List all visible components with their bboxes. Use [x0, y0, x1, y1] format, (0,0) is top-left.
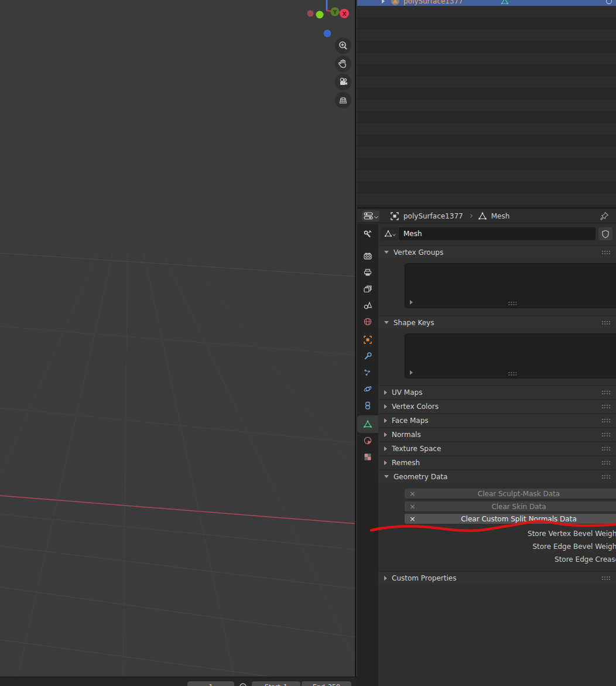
- texture-checker-icon: [363, 452, 372, 462]
- tab-modifiers[interactable]: [357, 348, 378, 364]
- panel-drag-grip[interactable]: [601, 432, 610, 436]
- x-axis-label: X: [343, 11, 347, 17]
- magnifier-plus-icon: [338, 40, 348, 51]
- shield-icon: [601, 230, 610, 238]
- tab-constraints[interactable]: [357, 397, 378, 414]
- frame-start-value: 1: [283, 683, 288, 686]
- section-vertex-groups[interactable]: Vertex Groups: [378, 245, 616, 258]
- visibility-icon[interactable]: [605, 0, 612, 5]
- frame-start-label: Start: [265, 683, 280, 686]
- breadcrumb-object[interactable]: polySurface1377: [403, 212, 463, 220]
- collapsed-arrow-icon: [384, 404, 387, 409]
- mesh-icon: [478, 211, 487, 221]
- tab-render[interactable]: [357, 248, 378, 264]
- section-custom-properties[interactable]: Custom Properties: [378, 571, 616, 584]
- y-axis-label: Y: [333, 9, 337, 15]
- panel-drag-grip[interactable]: [601, 576, 610, 580]
- pin-icon[interactable]: [600, 211, 609, 221]
- clear-skin-data-button[interactable]: × Clear Skin Data: [405, 501, 616, 511]
- tab-view-layer[interactable]: [357, 281, 378, 297]
- panel-drag-grip[interactable]: [601, 446, 610, 450]
- mesh-data-icon[interactable]: [501, 0, 509, 5]
- panel-drag-grip[interactable]: [601, 418, 610, 422]
- panel-drag-grip[interactable]: [601, 250, 610, 254]
- filter-expander-icon[interactable]: [410, 370, 413, 375]
- view-layer-icon: [363, 284, 372, 293]
- shape-keys-list[interactable]: [405, 333, 616, 378]
- expand-arrow-icon: [384, 251, 389, 254]
- editor-type-button[interactable]: [362, 210, 379, 221]
- physics-icon: [363, 384, 372, 394]
- frame-end-value: 250: [328, 683, 340, 686]
- filter-expander-icon[interactable]: [410, 300, 413, 305]
- list-resize-grip[interactable]: [508, 301, 516, 305]
- clear-custom-split-normals-data-button[interactable]: × Clear Custom Split Normals Data: [405, 514, 616, 524]
- zoom-button[interactable]: [335, 37, 351, 54]
- tab-object-data[interactable]: [357, 415, 378, 433]
- tab-output[interactable]: [357, 264, 378, 281]
- fake-user-button[interactable]: [598, 227, 612, 240]
- tab-texture[interactable]: [357, 449, 378, 465]
- axis-gizmo[interactable]: Y X: [299, 0, 356, 41]
- expand-arrow-icon[interactable]: [382, 0, 385, 4]
- panel-drag-grip[interactable]: [601, 390, 610, 394]
- camera-view-button[interactable]: [335, 74, 351, 90]
- outliner-selected-row[interactable]: polySurface1377: [357, 0, 616, 6]
- mesh-icon: [384, 230, 392, 238]
- store-vertex-bevel-weight-row: Store Vertex Bevel Weight: [405, 529, 616, 538]
- collapsed-arrow-icon: [384, 446, 387, 451]
- section-uv-maps[interactable]: UV Maps: [378, 385, 616, 398]
- collapsed-arrow-icon: [384, 418, 387, 423]
- tab-particles[interactable]: [357, 364, 378, 381]
- object-data-mesh-icon: [363, 419, 372, 429]
- properties-header: polySurface1377 Mesh: [357, 209, 616, 223]
- perspective-toggle-button[interactable]: [335, 92, 351, 108]
- tab-physics[interactable]: [357, 381, 378, 397]
- tab-world[interactable]: [357, 313, 378, 330]
- section-normals[interactable]: Normals: [378, 428, 616, 441]
- frame-end-field[interactable]: End 250: [302, 681, 351, 686]
- mesh-id-dropdown[interactable]: [381, 227, 398, 240]
- tab-tool[interactable]: [357, 226, 378, 243]
- vertex-groups-list[interactable]: [405, 263, 616, 308]
- pan-button[interactable]: [335, 56, 351, 72]
- tab-scene[interactable]: [357, 297, 378, 313]
- section-texture-space[interactable]: Texture Space: [378, 442, 616, 455]
- section-shape-keys[interactable]: Shape Keys: [378, 316, 616, 329]
- datablock-name-field[interactable]: Mesh: [399, 227, 596, 240]
- constraints-icon: [363, 401, 372, 410]
- outliner[interactable]: polySurface1377: [357, 0, 616, 207]
- panel-drag-grip[interactable]: [601, 404, 610, 408]
- section-remesh[interactable]: Remesh: [378, 456, 616, 469]
- frame-start-field[interactable]: Start 1: [252, 681, 300, 686]
- collapsed-arrow-icon: [384, 576, 387, 581]
- printer-icon: [363, 268, 372, 277]
- frame-end-label: End: [313, 683, 325, 686]
- breadcrumb-data[interactable]: Mesh: [491, 212, 510, 220]
- expand-arrow-icon: [384, 475, 389, 478]
- timeline-strip: 1 Start 1 End 250: [0, 677, 357, 686]
- panel-drag-grip[interactable]: [601, 475, 610, 479]
- hand-icon: [338, 59, 348, 69]
- tab-material[interactable]: [357, 432, 378, 449]
- tab-object[interactable]: [357, 332, 378, 348]
- breadcrumb-separator-icon: [468, 214, 473, 218]
- section-vertex-colors[interactable]: Vertex Colors: [378, 400, 616, 412]
- movie-camera-icon: [338, 77, 348, 87]
- section-face-maps[interactable]: Face Maps: [378, 414, 616, 426]
- y-axis-ball: [316, 11, 324, 19]
- auto-keying-icon[interactable]: [238, 682, 248, 686]
- right-panel: polySurface1377: [357, 0, 616, 686]
- neg-x-axis-ball: [307, 11, 314, 17]
- panel-drag-grip[interactable]: [601, 460, 610, 465]
- datablock-name-value: Mesh: [403, 230, 422, 238]
- current-frame-field[interactable]: 1: [187, 681, 234, 686]
- clear-x-icon: ×: [409, 489, 416, 498]
- panel-drag-grip[interactable]: [601, 320, 610, 325]
- section-geometry-data[interactable]: Geometry Data: [378, 470, 616, 483]
- collapsed-arrow-icon: [384, 432, 387, 437]
- clear-sculpt-mask-data-button[interactable]: × Clear Sculpt-Mask Data: [405, 489, 616, 499]
- list-resize-grip[interactable]: [508, 371, 516, 376]
- 3d-viewport[interactable]: Y X: [0, 0, 356, 677]
- chevron-down-icon: [392, 233, 396, 236]
